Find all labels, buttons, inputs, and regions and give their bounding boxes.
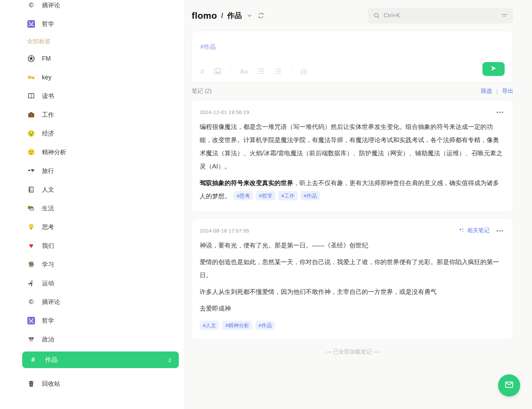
ordered-list-icon[interactable]: 123 — [274, 67, 282, 75]
sidebar-tag-reading[interactable]: 读书 — [0, 87, 184, 105]
send-button[interactable] — [482, 62, 505, 76]
sidebar-tag-fm[interactable]: FM — [0, 49, 184, 68]
editor-tag-text[interactable]: #作品 — [200, 43, 505, 51]
current-tag-title: 作品 — [227, 11, 242, 20]
notes-bar: 笔记 (2) 筛选 | 导出 — [192, 87, 513, 95]
note-tag-row: #人文 #精神分析 #作品 — [200, 321, 504, 330]
toolbar-divider — [291, 68, 291, 75]
search-input[interactable] — [384, 12, 497, 19]
sidebar-item-label: 人文 — [42, 185, 54, 194]
sidebar-tag-psychoanalysis[interactable]: 精神分析 — [0, 143, 184, 162]
sidebar-item-top-quotes[interactable]: © 摘评论 — [0, 0, 184, 15]
sidebar-item-label: key — [42, 74, 51, 81]
sidebar-item-label: 经济 — [42, 129, 54, 138]
filter-icon[interactable] — [501, 12, 508, 19]
sidebar-tag-study[interactable]: 学习 — [0, 255, 184, 274]
refresh-icon[interactable] — [257, 12, 265, 19]
search-icon — [373, 12, 380, 19]
sidebar-item-label: 精神分析 — [42, 148, 66, 156]
compose-fab-button[interactable] — [498, 374, 520, 397]
main-content: flomo / 作品 #作品 # — [184, 0, 532, 409]
sidebar-item-top-philosophy[interactable]: 哲学 — [0, 15, 184, 33]
note-card: 2024-12-01 19:56:19 ••• 编程很像魔法，都是念一堆咒语（写… — [192, 100, 513, 212]
world-map-icon — [27, 167, 35, 175]
sidebar-tag-humanities[interactable]: 人文 — [0, 180, 184, 199]
sidebar-item-label: 读书 — [42, 92, 54, 100]
trash-icon — [27, 380, 35, 388]
sidebar-tag-philosophy[interactable]: 哲学 — [0, 311, 184, 330]
pensive-face-icon — [27, 148, 35, 156]
sidebar-tag-us[interactable]: ♥ 我们 — [0, 236, 184, 255]
more-menu-icon[interactable]: ••• — [496, 109, 504, 115]
chevron-down-icon[interactable] — [246, 12, 253, 19]
sidebar-item-label: 生活 — [42, 204, 54, 212]
briefcase-icon — [27, 111, 35, 119]
note-editor[interactable]: #作品 # Aa 123 @ — [192, 31, 513, 82]
note-content: 编程很像魔法，都是念一堆咒语（写一堆代码）然后让实体世界发生变化。组合抽象的符号… — [200, 120, 504, 203]
sidebar-item-label: 回收站 — [42, 380, 60, 388]
sidebar-tag-works-selected[interactable]: # 作品 2 — [22, 351, 179, 368]
note-tag[interactable]: #作品 — [300, 191, 320, 200]
bulb-icon — [27, 223, 35, 231]
sidebar-item-label: FM — [42, 55, 51, 62]
heart-icon: ♥ — [27, 242, 35, 250]
sidebar-item-label: 摘评论 — [42, 1, 60, 9]
bullet-list-icon[interactable] — [257, 67, 265, 75]
sidebar-tag-life[interactable]: 生活 — [0, 199, 184, 218]
sidebar-item-label: 摘评论 — [42, 298, 60, 306]
note-tag[interactable]: #精神分析 — [222, 321, 252, 330]
key-icon — [27, 73, 35, 81]
sidebar-tag-economy[interactable]: $$ 经济 — [0, 124, 184, 143]
runner-icon — [27, 279, 35, 287]
sidebar-tag-travel[interactable]: 旅行 — [0, 162, 184, 180]
open-book-icon — [27, 92, 35, 100]
sidebar-tag-key[interactable]: key — [0, 68, 184, 87]
soccer-icon — [27, 54, 35, 63]
sidebar-item-trash[interactable]: 回收站 — [0, 374, 184, 393]
image-tool-icon[interactable] — [213, 67, 221, 75]
hashtag-tool-icon[interactable]: # — [200, 68, 204, 75]
more-menu-icon[interactable]: ••• — [496, 228, 504, 234]
mention-icon[interactable]: @ — [300, 68, 307, 75]
note-timestamp: 2024-08-18 17:57:05 — [200, 228, 249, 234]
sidebar-item-label: 哲学 — [42, 20, 54, 28]
sidebar-tag-quotes[interactable]: © 摘评论 — [0, 293, 184, 311]
search-box[interactable] — [368, 8, 513, 24]
related-notes-link[interactable]: 相关笔记 — [458, 227, 489, 234]
flomo-logo: flomo — [192, 10, 217, 21]
export-link[interactable]: 导出 — [502, 87, 513, 95]
related-notes-label: 相关笔记 — [467, 227, 489, 234]
note-tag[interactable]: #作品 — [255, 321, 275, 330]
note-content: 神说，要有光，便有了光。那是第一日。——《圣经》创世纪 爱情的创造也是如此，忽然… — [200, 239, 504, 330]
note-tag[interactable]: #工作 — [278, 191, 298, 200]
sidebar-tag-work[interactable]: 工作 — [0, 105, 184, 124]
note-card: 2024-08-18 17:57:05 相关笔记 ••• 神说，要有光，便有了光… — [192, 218, 513, 339]
sparkle-wand-icon — [458, 227, 465, 234]
all-loaded-label: — 已全部加载笔记 — — [192, 348, 513, 356]
sidebar-tag-thinking[interactable]: 思考 — [0, 218, 184, 236]
editor-toolbar: # Aa 123 @ — [200, 67, 307, 75]
sidebar-item-label: 哲学 — [42, 316, 54, 325]
sidebar-tag-sports[interactable]: 运动 — [0, 274, 184, 293]
selected-tag-count: 2 — [168, 357, 171, 363]
actions-divider: | — [496, 88, 498, 95]
note-timestamp: 2024-12-01 19:56:19 — [200, 109, 249, 115]
note-paragraph: 神说，要有光，便有了光。那是第一日。——《圣经》创世纪 — [200, 239, 504, 252]
sidebar-item-label: 思考 — [42, 223, 54, 231]
note-paragraph: 去爱即成神 — [200, 302, 504, 315]
hash-icon: # — [31, 356, 38, 364]
note-tag[interactable]: #哲学 — [256, 191, 275, 200]
note-tag[interactable]: #思考 — [234, 191, 253, 200]
notes-count-label: 笔记 (2) — [192, 87, 212, 95]
note-paragraph: 许多人从生到死都不懂爱情，因为他们不敢作神，主宰自己的一方世界，或是没有勇气 — [200, 285, 504, 298]
svg-text:$: $ — [29, 131, 30, 134]
ophiuchus-icon — [27, 20, 35, 28]
police-icon — [27, 335, 35, 343]
filter-link[interactable]: 筛选 — [481, 87, 492, 95]
sidebar-tag-politics[interactable]: 政治 — [0, 330, 184, 349]
sidebar: © 摘评论 哲学 全部标签 FM key 读书 — [0, 0, 184, 409]
note-tag[interactable]: #人文 — [200, 321, 219, 330]
send-icon — [490, 65, 497, 73]
ophiuchus-icon — [27, 316, 35, 325]
text-format-icon[interactable]: Aa — [240, 68, 248, 75]
